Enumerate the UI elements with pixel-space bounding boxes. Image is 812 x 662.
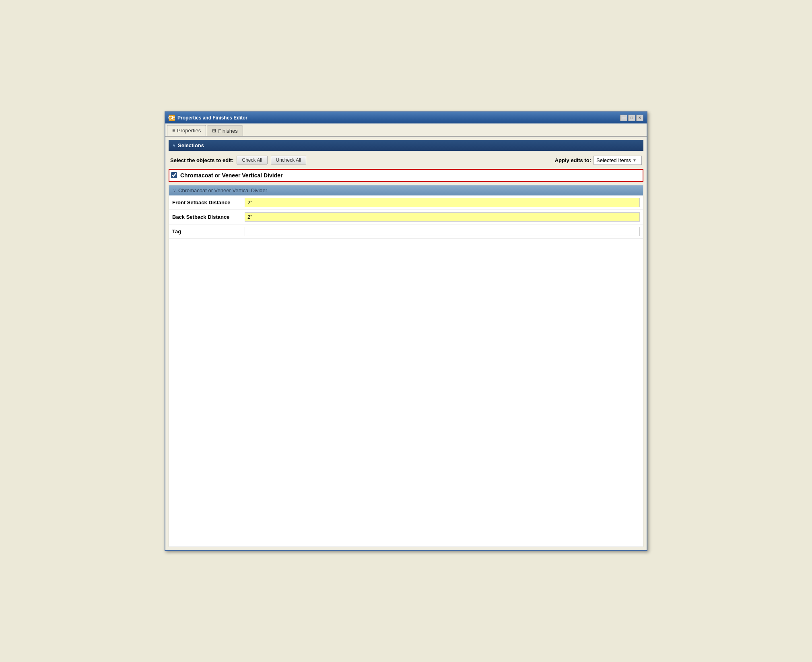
prop-cell-front-setback bbox=[241, 195, 643, 210]
checkbox-label: Chromacoat or Veneer Vertical Divider bbox=[180, 172, 282, 179]
apply-edits-label: Apply edits to: bbox=[555, 157, 591, 163]
title-bar: CE Properties and Finishes Editor — □ ✕ bbox=[165, 112, 647, 123]
selections-header: ∨ Selections bbox=[169, 140, 643, 151]
prop-cell-tag bbox=[241, 224, 643, 238]
check-all-button[interactable]: Check All bbox=[237, 156, 267, 164]
item-checkbox[interactable] bbox=[171, 172, 177, 178]
selections-right: Apply edits to: Selected Items ▼ bbox=[555, 156, 642, 165]
prop-label-tag: Tag bbox=[169, 224, 241, 238]
maximize-button[interactable]: □ bbox=[628, 115, 635, 121]
prop-label-front-setback: Front Setback Distance bbox=[169, 195, 241, 210]
table-row: Front Setback Distance bbox=[169, 195, 643, 210]
properties-tab-icon: ≡ bbox=[172, 127, 175, 133]
prop-cell-back-setback bbox=[241, 210, 643, 224]
main-content: ∨ Chromacoat or Veneer Vertical Divider … bbox=[169, 185, 643, 547]
table-row: Tag bbox=[169, 224, 643, 238]
tab-properties[interactable]: ≡ Properties bbox=[167, 125, 206, 136]
apply-edits-dropdown[interactable]: Selected Items ▼ bbox=[594, 156, 642, 165]
main-window: CE Properties and Finishes Editor — □ ✕ … bbox=[165, 111, 647, 551]
sub-section-header: ∨ Chromacoat or Veneer Vertical Divider bbox=[169, 185, 643, 195]
tab-bar: ≡ Properties ⊞ Finishes bbox=[165, 123, 647, 137]
back-setback-input[interactable] bbox=[245, 212, 640, 222]
uncheck-all-button[interactable]: Uncheck All bbox=[271, 156, 307, 164]
select-objects-label: Select the objects to edit: bbox=[170, 157, 233, 163]
tab-properties-label: Properties bbox=[177, 127, 201, 134]
dropdown-arrow-icon: ▼ bbox=[633, 158, 637, 162]
selections-bar: Select the objects to edit: Check All Un… bbox=[169, 153, 643, 167]
close-button[interactable]: ✕ bbox=[636, 115, 643, 121]
sub-section-chevron-icon: ∨ bbox=[173, 188, 176, 193]
checkbox-row: Chromacoat or Veneer Vertical Divider bbox=[169, 169, 643, 182]
selections-chevron-icon: ∨ bbox=[173, 143, 175, 148]
tab-finishes[interactable]: ⊞ Finishes bbox=[207, 125, 243, 136]
window-title: Properties and Finishes Editor bbox=[177, 115, 247, 121]
minimize-button[interactable]: — bbox=[620, 115, 627, 121]
finishes-tab-icon: ⊞ bbox=[212, 128, 216, 134]
window-controls: — □ ✕ bbox=[620, 115, 643, 121]
selections-left: Select the objects to edit: Check All Un… bbox=[170, 156, 306, 164]
title-bar-left: CE Properties and Finishes Editor bbox=[169, 115, 247, 121]
selections-title: Selections bbox=[178, 142, 204, 148]
app-icon: CE bbox=[169, 115, 175, 121]
properties-table: Front Setback Distance Back Setback Dist… bbox=[169, 195, 643, 239]
tag-input[interactable] bbox=[245, 227, 640, 236]
tab-finishes-label: Finishes bbox=[218, 128, 237, 134]
sub-section-title: Chromacoat or Veneer Vertical Divider bbox=[178, 187, 267, 193]
apply-edits-value: Selected Items bbox=[596, 157, 631, 163]
table-row: Back Setback Distance bbox=[169, 210, 643, 224]
prop-label-back-setback: Back Setback Distance bbox=[169, 210, 241, 224]
front-setback-input[interactable] bbox=[245, 198, 640, 207]
content-area: ∨ Selections Select the objects to edit:… bbox=[165, 137, 647, 550]
